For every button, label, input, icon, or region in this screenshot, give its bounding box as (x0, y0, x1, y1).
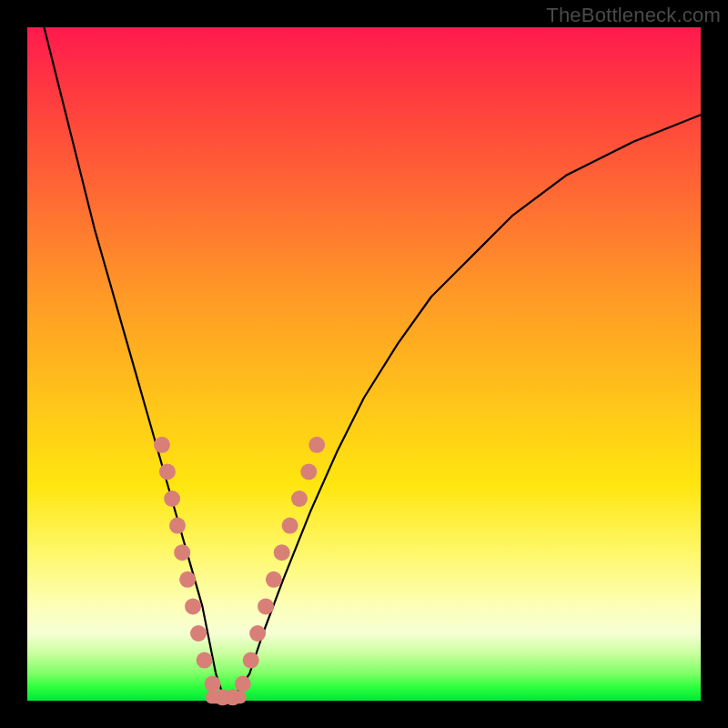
highlight-dot (197, 652, 213, 669)
highlight-dot (258, 598, 274, 614)
highlight-dot (190, 625, 207, 642)
highlight-dot (159, 463, 176, 480)
curve-svg (27, 27, 701, 701)
highlight-dot (169, 518, 186, 534)
highlight-dot (300, 463, 317, 480)
highlight-dot (291, 490, 308, 507)
watermark-text: TheBottleneck.com (546, 4, 721, 27)
highlight-dot (274, 544, 290, 561)
highlight-dot (205, 676, 221, 693)
highlight-dot (266, 571, 282, 588)
highlight-dot (235, 676, 251, 693)
chart-frame: TheBottleneck.com (0, 0, 728, 728)
highlight-dot (154, 437, 170, 453)
highlight-dot (185, 598, 201, 614)
bottleneck-curve (27, 0, 701, 701)
curve-bottom-bar (206, 691, 246, 703)
highlight-dot (282, 518, 298, 534)
highlight-dots (154, 437, 325, 706)
highlight-dot (179, 571, 196, 588)
highlight-dot (174, 544, 190, 561)
highlight-dot (249, 625, 266, 642)
highlight-dot (308, 437, 325, 453)
highlight-dot (243, 652, 259, 669)
highlight-dot (164, 490, 180, 507)
